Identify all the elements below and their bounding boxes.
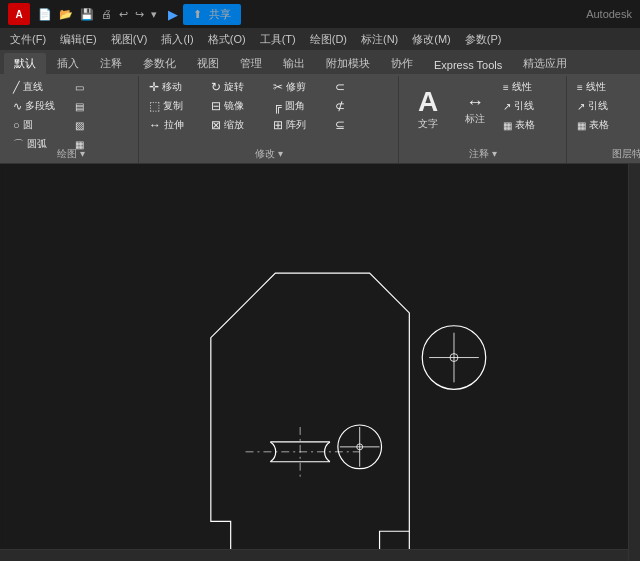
menu-view[interactable]: 视图(V)	[105, 30, 154, 49]
tool-layer-select[interactable]: ↗ 引线	[574, 97, 634, 115]
polyline-label: 多段线	[25, 99, 55, 113]
tool-rotate[interactable]: ↻ 旋转	[208, 78, 268, 96]
circle-label: 圆	[23, 118, 33, 132]
mirror-label: 镜像	[224, 99, 244, 113]
menu-edit[interactable]: 编辑(E)	[54, 30, 103, 49]
tool-hatch[interactable]: ▤	[72, 97, 132, 115]
share-button[interactable]: ⬆ 共享	[183, 4, 241, 25]
tab-express-tools[interactable]: Express Tools	[424, 56, 512, 74]
tool-stretch[interactable]: ↔ 拉伸	[146, 116, 206, 134]
ribbon-group-modify: ✛ 移动 ⬚ 复制 ↔ 拉伸 ↻	[140, 76, 399, 163]
menu-params[interactable]: 参数(P)	[459, 30, 508, 49]
tab-collaborate[interactable]: 协作	[381, 53, 423, 74]
tab-manage[interactable]: 管理	[230, 53, 272, 74]
tool-scale[interactable]: ⊠ 缩放	[208, 116, 268, 134]
leader-label: 引线	[514, 99, 534, 113]
share-icon: ⬆	[191, 7, 204, 22]
tool-polyline[interactable]: ∿ 多段线	[10, 97, 70, 115]
tool-leader[interactable]: ↗ 引线	[500, 97, 560, 115]
scale-icon: ⊠	[211, 118, 221, 132]
line-icon: ╱	[13, 81, 20, 94]
layer-props-label: 线性	[586, 80, 606, 94]
rect-icon: ▭	[75, 82, 84, 93]
layer-table-icon: ▦	[577, 120, 586, 131]
ribbon-panel: ╱ 直线 ∿ 多段线 ○ 圆 ⌒ 圆弧	[0, 74, 640, 164]
tool-join[interactable]: ⊆	[332, 116, 392, 134]
tab-view[interactable]: 视图	[187, 53, 229, 74]
undo-icon[interactable]: ↩	[117, 7, 130, 22]
tool-array[interactable]: ⊞ 阵列	[270, 116, 330, 134]
rotate-label: 旋转	[224, 80, 244, 94]
tool-fillet[interactable]: ╔ 圆角	[270, 97, 330, 115]
menu-insert[interactable]: 插入(I)	[155, 30, 199, 49]
modify-group-label: 修改 ▾	[140, 147, 398, 161]
tab-insert[interactable]: 插入	[47, 53, 89, 74]
plot-icon[interactable]: 🖨	[99, 7, 114, 21]
share-arrow-icon: ▶	[166, 6, 180, 23]
title-toolbar-icons: 📄 📂 💾 🖨 ↩ ↪ ▾ ▶ ⬆ 共享	[36, 4, 586, 25]
layer-group-label: 图层特性	[568, 147, 640, 161]
linear-dim-label: 线性	[512, 80, 532, 94]
menu-tools[interactable]: 工具(T)	[254, 30, 302, 49]
menu-dimension[interactable]: 标注(N)	[355, 30, 404, 49]
new-icon[interactable]: 📄	[36, 7, 54, 22]
join-icon: ⊆	[335, 118, 345, 132]
vertical-scrollbar[interactable]	[628, 164, 640, 561]
polyline-icon: ∿	[13, 100, 22, 113]
tab-parametric[interactable]: 参数化	[133, 53, 186, 74]
horizontal-scrollbar[interactable]	[0, 549, 628, 561]
share-label: 共享	[207, 6, 233, 23]
annotation-group-label: 注释 ▾	[400, 147, 566, 161]
mirror-icon: ⊟	[211, 99, 221, 113]
tab-addons[interactable]: 附加模块	[316, 53, 380, 74]
ribbon-tab-bar: 默认 插入 注释 参数化 视图 管理 输出 附加模块 协作 Express To…	[0, 50, 640, 74]
tool-copy[interactable]: ⬚ 复制	[146, 97, 206, 115]
text-icon: A	[418, 88, 438, 116]
move-label: 移动	[162, 80, 182, 94]
drawing-area[interactable]	[0, 164, 640, 561]
stretch-icon: ↔	[149, 118, 161, 132]
array-icon: ⊞	[273, 118, 283, 132]
tool-linear-dim[interactable]: ≡ 线性	[500, 78, 560, 96]
tool-explode[interactable]: ⊄	[332, 97, 392, 115]
linear-dim-icon: ≡	[503, 82, 509, 93]
tool-erase[interactable]: ⊂	[332, 78, 392, 96]
table-icon: ▦	[503, 120, 512, 131]
fillet-label: 圆角	[285, 99, 305, 113]
tool-dimension[interactable]: ↔ 标注	[453, 78, 497, 138]
explode-icon: ⊄	[335, 99, 345, 113]
copy-label: 复制	[163, 99, 183, 113]
svg-rect-4	[2, 164, 637, 561]
tool-mirror[interactable]: ⊟ 镜像	[208, 97, 268, 115]
tab-default[interactable]: 默认	[4, 53, 46, 74]
extra-icon[interactable]: ▾	[149, 7, 159, 22]
tool-circle[interactable]: ○ 圆	[10, 116, 70, 134]
ribbon-group-layers: ≡ 线性 ↗ 引线 ▦ 表格	[568, 76, 640, 163]
ribbon-group-draw: ╱ 直线 ∿ 多段线 ○ 圆 ⌒ 圆弧	[4, 76, 139, 163]
menu-draw[interactable]: 绘图(D)	[304, 30, 353, 49]
tool-line[interactable]: ╱ 直线	[10, 78, 70, 96]
tool-trim[interactable]: ✂ 修剪	[270, 78, 330, 96]
tool-layer-props[interactable]: ≡ 线性	[574, 78, 634, 96]
hatch-icon: ▤	[75, 101, 84, 112]
menu-modify[interactable]: 修改(M)	[406, 30, 457, 49]
rotate-icon: ↻	[211, 80, 221, 94]
tab-output[interactable]: 输出	[273, 53, 315, 74]
scale-label: 缩放	[224, 118, 244, 132]
tool-gradient[interactable]: ▨	[72, 116, 132, 134]
save-icon[interactable]: 💾	[78, 7, 96, 22]
tool-rect[interactable]: ▭	[72, 78, 132, 96]
tool-text[interactable]: A 文字	[406, 78, 450, 138]
menu-format[interactable]: 格式(O)	[202, 30, 252, 49]
menu-file[interactable]: 文件(F)	[4, 30, 52, 49]
layer-table-label: 表格	[589, 118, 609, 132]
tool-layer-table[interactable]: ▦ 表格	[574, 116, 634, 134]
tool-move[interactable]: ✛ 移动	[146, 78, 206, 96]
tab-annotation[interactable]: 注释	[90, 53, 132, 74]
open-icon[interactable]: 📂	[57, 7, 75, 22]
tab-featured-apps[interactable]: 精选应用	[513, 53, 577, 74]
dimension-label: 标注	[465, 113, 485, 124]
layer-props-icon: ≡	[577, 82, 583, 93]
redo-icon[interactable]: ↪	[133, 7, 146, 22]
tool-table[interactable]: ▦ 表格	[500, 116, 560, 134]
